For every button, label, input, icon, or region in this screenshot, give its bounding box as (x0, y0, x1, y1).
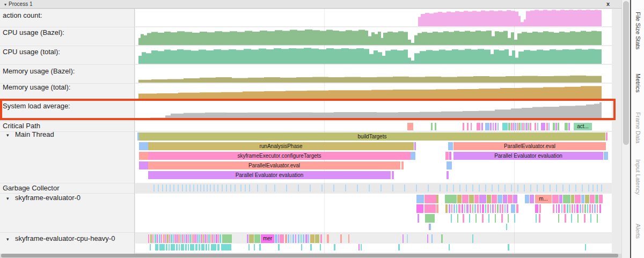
trace-slice[interactable] (340, 234, 342, 243)
trace-slice[interactable] (436, 195, 438, 203)
trace-slice[interactable] (218, 234, 219, 243)
trace-slice[interactable] (474, 204, 476, 213)
gc-event-tick[interactable] (207, 185, 208, 191)
trace-slice[interactable] (298, 234, 299, 243)
gc-event-tick[interactable] (197, 185, 198, 191)
trace-slice[interactable] (449, 152, 451, 160)
trace-slice[interactable] (163, 234, 165, 243)
trace-slice[interactable] (582, 204, 583, 213)
trace-slice[interactable] (565, 214, 566, 223)
gc-event-tick[interactable] (189, 185, 191, 191)
trace-slice[interactable] (495, 204, 496, 213)
trace-slice[interactable] (463, 214, 464, 223)
gc-event-tick[interactable] (210, 185, 211, 191)
trace-slice[interactable] (184, 234, 185, 243)
trace-slice[interactable] (597, 204, 598, 213)
trace-slice[interactable] (169, 244, 170, 250)
trace-slice[interactable] (254, 234, 260, 243)
trace-slice[interactable] (577, 214, 579, 223)
memory-total-chart[interactable] (135, 84, 612, 99)
trace-slice[interactable] (472, 234, 473, 243)
trace-slice[interactable] (513, 195, 517, 203)
trace-slice[interactable] (278, 234, 279, 243)
gc-event-tick[interactable] (193, 185, 194, 191)
trace-slice[interactable] (546, 123, 548, 130)
trace-slice[interactable] (595, 195, 598, 203)
tab-file-size-stats[interactable]: File Size Stats (635, 12, 641, 49)
trace-slice[interactable] (139, 152, 148, 160)
trace-slice[interactable] (568, 123, 570, 130)
trace-slice[interactable] (453, 204, 455, 213)
trace-slice[interactable] (558, 123, 559, 130)
trace-slice[interactable] (155, 244, 158, 250)
trace-slice[interactable] (487, 195, 491, 203)
horizontal-scrollbar-thumb[interactable] (1, 254, 618, 257)
trace-slice[interactable] (411, 152, 415, 160)
trace-slice[interactable] (594, 204, 596, 213)
trace-slice[interactable] (280, 234, 284, 243)
trace-slice[interactable] (222, 234, 232, 243)
trace-slice[interactable] (472, 204, 473, 213)
trace-slice[interactable] (569, 204, 570, 213)
memory-bazel-chart[interactable] (135, 65, 612, 83)
trace-slice[interactable] (402, 234, 404, 243)
trace-slice[interactable] (521, 123, 522, 130)
trace-slice[interactable] (585, 195, 589, 203)
trace-slice[interactable] (467, 123, 469, 130)
gc-event-tick[interactable] (543, 185, 544, 191)
trace-slice[interactable] (303, 234, 304, 243)
trace-slice[interactable] (469, 214, 470, 223)
gc-event-tick[interactable] (257, 185, 258, 191)
trace-slice[interactable]: mer (261, 234, 274, 243)
gc-event-tick[interactable] (153, 185, 155, 191)
trace-slice[interactable] (513, 123, 514, 130)
gc-event-tick[interactable] (404, 185, 405, 191)
trace-slice[interactable] (508, 195, 513, 203)
trace-slice[interactable] (320, 234, 322, 243)
gc-event-tick[interactable] (453, 185, 454, 191)
trace-slice[interactable] (457, 195, 462, 203)
gc-event-tick[interactable] (428, 185, 429, 191)
trace-slice[interactable] (152, 234, 153, 243)
tab-frame-data[interactable]: Frame Data (635, 112, 641, 143)
trace-slice[interactable] (508, 123, 510, 130)
collapse-arrow-icon[interactable]: ▾ (6, 131, 9, 139)
trace-slice[interactable] (407, 234, 408, 243)
trace-slice[interactable] (479, 195, 486, 203)
trace-slice[interactable] (490, 123, 492, 130)
trace-slice[interactable] (526, 123, 528, 130)
gc-event-tick[interactable] (416, 185, 417, 191)
trace-slice[interactable] (485, 123, 489, 130)
trace-slice[interactable] (173, 234, 174, 243)
trace-slice[interactable] (206, 244, 207, 250)
trace-slice[interactable] (497, 195, 502, 203)
trace-slice[interactable] (174, 234, 176, 243)
trace-slice[interactable] (539, 214, 540, 223)
trace-slice[interactable] (456, 204, 457, 213)
trace-slice[interactable] (214, 234, 215, 243)
trace-slice[interactable] (558, 214, 559, 223)
trace-slice[interactable]: skyframeExecutor.configureTargets (148, 152, 411, 160)
gc-event-tick[interactable] (235, 185, 236, 191)
trace-slice[interactable] (464, 204, 465, 213)
gc-event-tick[interactable] (249, 185, 250, 191)
trace-slice[interactable] (482, 204, 484, 213)
gc-event-tick[interactable] (440, 185, 441, 191)
trace-slice[interactable] (295, 234, 296, 243)
trace-slice[interactable] (259, 244, 261, 250)
trace-slice[interactable]: runAnalysisPhase (148, 142, 414, 150)
trace-slice[interactable] (247, 234, 248, 243)
trace-slice[interactable] (248, 244, 250, 250)
trace-slice[interactable] (181, 244, 184, 250)
trace-slice[interactable] (567, 204, 568, 213)
gc-event-tick[interactable] (601, 185, 602, 191)
trace-slice[interactable] (425, 214, 435, 223)
trace-slice[interactable] (161, 234, 162, 243)
action-count-chart[interactable] (135, 9, 612, 26)
gc-event-tick[interactable] (369, 185, 370, 191)
trace-slice[interactable]: m... (535, 195, 552, 203)
trace-slice[interactable] (208, 234, 210, 243)
trace-slice[interactable] (290, 234, 291, 243)
trace-slice[interactable] (477, 204, 479, 213)
trace-slice[interactable] (301, 234, 302, 243)
